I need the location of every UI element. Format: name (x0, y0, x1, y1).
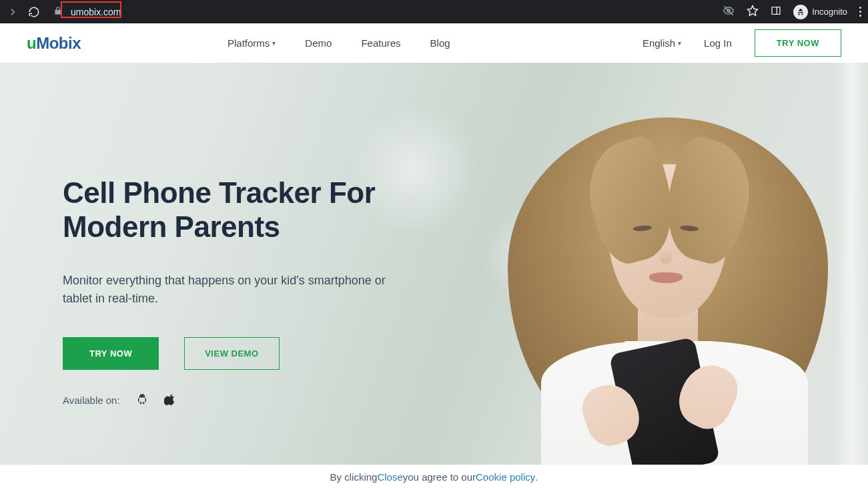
chevron-down-icon: ▾ (678, 39, 681, 47)
svg-point-2 (140, 396, 141, 397)
logo-u: u (27, 34, 36, 52)
nav-blog[interactable]: Blog (430, 37, 450, 49)
nav-features[interactable]: Features (361, 37, 400, 49)
bookmark-star-icon[interactable] (747, 5, 759, 19)
lock-icon (53, 6, 63, 18)
chevron-down-icon: ▾ (272, 39, 276, 47)
url-text[interactable]: umobix.com (68, 5, 123, 19)
hero-subtitle: Monitor everything that happens on your … (63, 272, 390, 308)
android-icon (136, 393, 148, 408)
hero-section: Cell Phone Tracker For Modern Parents Mo… (0, 63, 868, 465)
incognito-icon (793, 5, 808, 19)
language-selector[interactable]: English ▾ (642, 37, 681, 49)
incognito-indicator[interactable]: Incognito (793, 5, 847, 19)
eye-off-icon[interactable] (723, 5, 735, 19)
nav-demo[interactable]: Demo (305, 37, 332, 49)
available-on-label: Available on: (63, 395, 120, 406)
menu-dots-icon[interactable] (859, 7, 861, 17)
cookie-mid: you agree to our (403, 471, 476, 483)
forward-icon[interactable] (7, 6, 19, 18)
url-box[interactable]: umobix.com (53, 5, 123, 19)
incognito-label: Incognito (812, 7, 847, 17)
svg-rect-1 (772, 7, 780, 14)
language-label: English (642, 37, 675, 49)
logo-rest: Mobix (36, 34, 81, 52)
cookie-policy-link[interactable]: Cookie policy (476, 471, 535, 483)
site-header: uMobix Platforms ▾ Demo Features Blog En… (0, 23, 868, 63)
svg-point-3 (143, 396, 143, 397)
try-now-hero-button[interactable]: TRY NOW (63, 337, 159, 370)
apple-icon (164, 393, 176, 408)
nav-platforms[interactable]: Platforms ▾ (228, 37, 276, 49)
main-nav: Platforms ▾ Demo Features Blog (228, 37, 450, 49)
cookie-suffix: . (535, 471, 538, 483)
cookie-notice: By clicking Close you agree to our Cooki… (0, 465, 868, 488)
cookie-close-link[interactable]: Close (377, 471, 402, 483)
reload-icon[interactable] (28, 6, 40, 18)
try-now-header-button[interactable]: TRY NOW (755, 29, 841, 57)
browser-address-bar: umobix.com Incognito (0, 0, 868, 23)
view-demo-button[interactable]: VIEW DEMO (184, 337, 279, 370)
hero-title-line2: Modern Parents (63, 210, 280, 243)
cookie-prefix: By clicking (330, 471, 378, 483)
hero-title: Cell Phone Tracker For Modern Parents (63, 176, 868, 244)
login-link[interactable]: Log In (704, 37, 732, 49)
nav-platforms-label: Platforms (228, 37, 270, 49)
hero-title-line1: Cell Phone Tracker For (63, 176, 375, 209)
logo[interactable]: uMobix (27, 34, 81, 53)
panel-icon[interactable] (771, 5, 781, 19)
